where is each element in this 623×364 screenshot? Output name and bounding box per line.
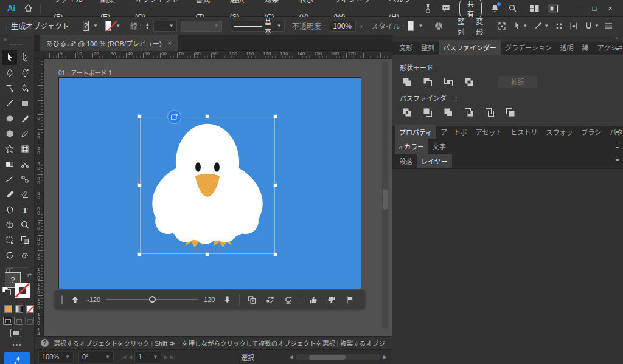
panel1-tab-1[interactable]: 整列 <box>417 40 439 55</box>
stroke-indicator[interactable] <box>15 283 30 298</box>
stroke-width-stepper[interactable]: ▲▼ <box>145 22 150 30</box>
opacity-value[interactable]: 100% <box>329 21 356 32</box>
panel2-tab-2[interactable]: アセット <box>472 125 507 139</box>
free-transform-tool[interactable] <box>17 171 32 187</box>
style-swatch[interactable] <box>408 21 414 31</box>
default-fill-stroke-icon[interactable] <box>2 287 8 292</box>
vertical-scrollbar[interactable] <box>382 61 388 329</box>
select-similar-options-icon[interactable]: ▼ <box>512 21 529 30</box>
mesh-tool[interactable] <box>17 141 32 156</box>
selection-handle-n[interactable] <box>205 114 209 118</box>
generative-ai-button[interactable] <box>4 352 30 364</box>
star-tool[interactable] <box>2 141 17 156</box>
style-dropdown-chevron[interactable]: ▼ <box>418 23 423 29</box>
ruler-origin-corner[interactable] <box>35 51 44 59</box>
curvature-tool[interactable] <box>17 65 32 80</box>
direct-selection-tool[interactable] <box>17 50 32 65</box>
selection-handle-se[interactable] <box>273 252 277 256</box>
reset-icon[interactable] <box>282 295 294 304</box>
selection-handle-sw[interactable] <box>137 252 142 256</box>
draw-behind-mode-button[interactable] <box>14 317 23 325</box>
next-artboard-icon[interactable]: ▶ <box>164 354 167 360</box>
feedback-comment-icon[interactable] <box>441 4 451 13</box>
rotate-tool[interactable] <box>2 247 17 263</box>
notifications-bell-icon[interactable] <box>490 4 499 13</box>
intersect-button[interactable] <box>441 76 456 88</box>
beta-flask-icon[interactable] <box>423 4 433 13</box>
outline-button[interactable] <box>482 106 497 118</box>
panel3-tab-0[interactable]: カラー <box>395 139 428 154</box>
rotation-slider-knob[interactable] <box>149 296 156 303</box>
artboard-tool[interactable] <box>2 232 17 247</box>
panel-menu-icon-1[interactable]: ≡ <box>616 44 619 52</box>
spiral-tool[interactable] <box>17 247 32 263</box>
panel-menu-icon-2[interactable]: ≡ <box>616 129 619 136</box>
snap-options-icon[interactable] <box>554 22 565 30</box>
panel2-tab-5[interactable]: ブラシ <box>577 125 605 139</box>
selection-handle-w[interactable] <box>137 183 142 187</box>
selection-handle-s[interactable] <box>205 252 209 256</box>
stroke-dropdown-chevron[interactable]: ▼ <box>116 23 120 29</box>
thumbs-up-icon[interactable] <box>307 295 319 304</box>
polygon-tool[interactable] <box>2 126 17 141</box>
zoom-tool[interactable] <box>17 217 32 232</box>
paintbrush-tool[interactable] <box>17 111 32 126</box>
panel-menu-icon-4[interactable]: ≡ <box>616 157 619 164</box>
panel1-tab-5[interactable]: 線 <box>578 40 593 55</box>
fit-selection-icon[interactable] <box>496 21 508 31</box>
group-selection-tool[interactable] <box>17 232 32 247</box>
recolor-artwork-icon[interactable] <box>433 21 445 31</box>
brush-definition-combo[interactable]: 基本 ▼ <box>231 21 285 32</box>
previous-artboard-icon[interactable]: ◀ <box>128 354 132 360</box>
stroke-color-swatch[interactable] <box>105 21 111 31</box>
exclude-button[interactable] <box>462 76 476 88</box>
previous-variation-icon[interactable] <box>69 295 81 304</box>
selection-handle-nw[interactable] <box>137 114 142 118</box>
draw-inside-mode-button[interactable] <box>25 317 34 325</box>
align-button[interactable]: 整列 <box>453 15 468 38</box>
scroll-left-icon[interactable]: ◀ <box>290 354 293 360</box>
minus-front-button[interactable] <box>420 76 435 88</box>
search-icon[interactable] <box>508 4 517 13</box>
none-swatch-button[interactable] <box>26 305 34 313</box>
selection-tool[interactable] <box>2 50 17 65</box>
hand-tool[interactable] <box>2 202 17 217</box>
panel2-tab-0[interactable]: プロパティ <box>395 125 436 139</box>
report-flag-icon[interactable] <box>344 295 356 304</box>
arrange-documents-icon[interactable] <box>548 4 559 13</box>
window-minimize-button[interactable]: – <box>571 0 586 17</box>
panel2-tab-6[interactable]: パターン <box>605 125 623 139</box>
panel1-tab-3[interactable]: グラデーション <box>501 40 556 55</box>
horizontal-scrollbar-thumb[interactable] <box>309 355 346 360</box>
draw-normal-mode-button[interactable] <box>3 317 12 325</box>
gradient-tool[interactable] <box>2 156 17 171</box>
panel1-tab-4[interactable]: 透明 <box>556 40 578 55</box>
workspace-switcher-icon[interactable] <box>529 4 540 13</box>
panel-menu-icon-3[interactable]: ≡ <box>616 142 619 149</box>
document-tab-close-icon[interactable]: × <box>168 40 172 47</box>
ellipse-tool[interactable] <box>2 111 17 126</box>
scissors-tool[interactable] <box>17 156 32 171</box>
anchor-point-tool[interactable] <box>2 80 17 95</box>
opacity-panel-chevron[interactable]: › <box>360 22 363 30</box>
minus-back-button[interactable] <box>503 106 518 118</box>
color-swatch-button[interactable] <box>4 305 12 313</box>
panel2-tab-1[interactable]: アートボ <box>436 125 471 139</box>
crop-button[interactable] <box>462 106 476 118</box>
zoom-level-dropdown[interactable]: 100%▼ <box>38 352 74 362</box>
document-tab[interactable]: あひる.ai* @ 100 % (RGB/プレビュー) × <box>40 35 178 51</box>
thumbs-down-icon[interactable] <box>325 295 338 304</box>
panel4-tab-1[interactable]: レイヤー <box>417 154 452 168</box>
eyedropper-tool[interactable] <box>2 187 17 202</box>
panel4-tab-0[interactable]: 段落 <box>395 154 417 168</box>
controlbar-grip[interactable]: ⋮⋮ <box>4 23 7 29</box>
generative-object-badge-icon[interactable] <box>168 111 181 123</box>
eraser-tool[interactable] <box>17 187 32 202</box>
vertical-scrollbar-thumb[interactable] <box>383 189 388 210</box>
rotation-slider[interactable] <box>106 295 198 304</box>
style-wand-options-icon[interactable]: ▼ <box>532 21 550 30</box>
rotation-dropdown[interactable]: 0°▼ <box>78 352 114 362</box>
divide-button[interactable] <box>400 106 414 118</box>
merge-button[interactable] <box>441 106 456 118</box>
first-artboard-icon[interactable]: |◀ <box>121 354 126 360</box>
